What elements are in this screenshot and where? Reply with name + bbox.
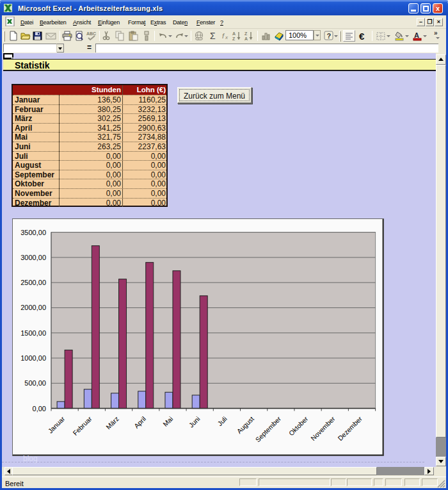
svg-text:Z: Z (244, 31, 248, 36)
svg-text:ABC: ABC (86, 31, 96, 36)
svg-text:3000,00: 3000,00 (20, 254, 46, 261)
svg-text:A: A (232, 31, 236, 36)
svg-text:f: f (222, 32, 225, 40)
svg-text:2500,00: 2500,00 (20, 279, 46, 286)
svg-text:A: A (244, 37, 248, 41)
svg-text:1500,00: 1500,00 (20, 329, 46, 337)
svg-text:Z: Z (232, 37, 236, 41)
svg-text:?: ? (327, 32, 332, 40)
svg-text:Σ: Σ (210, 31, 216, 41)
svg-text:0,00: 0,00 (33, 405, 46, 412)
svg-text:2000,00: 2000,00 (20, 304, 46, 311)
svg-text:€: € (359, 31, 365, 41)
svg-text:1000,00: 1000,00 (20, 354, 46, 362)
svg-text:A: A (414, 31, 419, 39)
svg-text:x: x (225, 35, 228, 40)
svg-text:3500,00: 3500,00 (20, 229, 46, 236)
svg-text:500,00: 500,00 (24, 379, 46, 387)
